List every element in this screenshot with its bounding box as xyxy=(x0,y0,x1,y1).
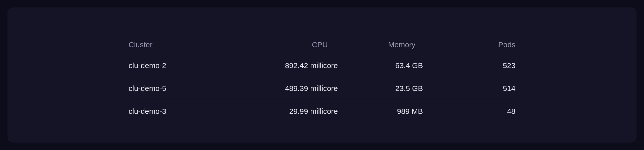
cluster-metrics-panel: Cluster CPU Memory Pods clu-demo-2 892.4… xyxy=(8,8,636,142)
header-pods: Pods xyxy=(438,35,515,54)
cell-pods: 523 xyxy=(438,54,515,77)
cell-cluster: clu-demo-3 xyxy=(129,100,245,123)
cell-pods: 514 xyxy=(438,77,515,100)
table-header-row: Cluster CPU Memory Pods xyxy=(129,35,515,54)
header-memory: Memory xyxy=(353,35,438,54)
cell-cluster: clu-demo-2 xyxy=(129,54,245,77)
cell-pods: 48 xyxy=(438,100,515,123)
cell-memory: 989 MB xyxy=(353,100,438,123)
table-row: clu-demo-3 29.99 millicore 989 MB 48 xyxy=(129,100,515,123)
cell-cpu: 29.99 millicore xyxy=(245,100,353,123)
cell-cpu: 489.39 millicore xyxy=(245,77,353,100)
cluster-table: Cluster CPU Memory Pods clu-demo-2 892.4… xyxy=(129,35,515,123)
cell-memory: 23.5 GB xyxy=(353,77,438,100)
cell-memory: 63.4 GB xyxy=(353,54,438,77)
cell-cpu: 892.42 millicore xyxy=(245,54,353,77)
header-cpu: CPU xyxy=(245,35,353,54)
table-row: clu-demo-2 892.42 millicore 63.4 GB 523 xyxy=(129,54,515,77)
header-cluster: Cluster xyxy=(129,35,245,54)
cell-cluster: clu-demo-5 xyxy=(129,77,245,100)
table-row: clu-demo-5 489.39 millicore 23.5 GB 514 xyxy=(129,77,515,100)
